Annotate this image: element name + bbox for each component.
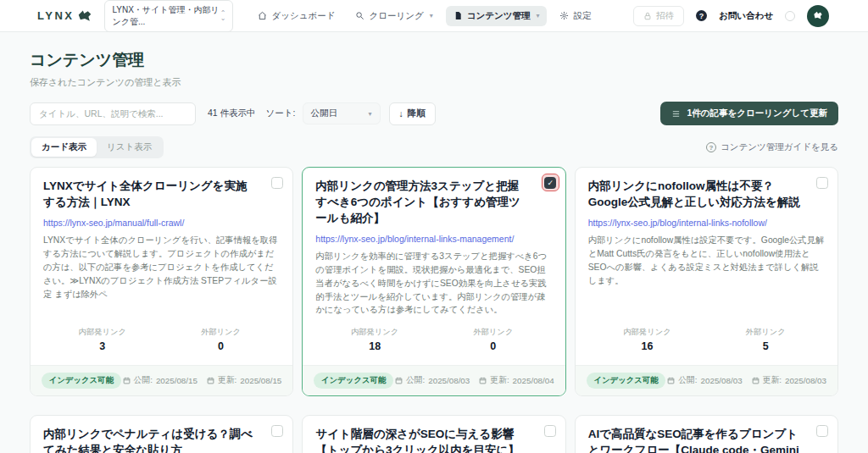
user-avatar[interactable] (807, 5, 829, 27)
card-stats: 内部発リンク 3 外部リンク 0 (43, 317, 280, 357)
search-input[interactable] (30, 102, 196, 125)
calendar-icon (123, 377, 131, 384)
project-selector-value: LYNX・サイト管理・内部リンク管... (112, 4, 220, 28)
card-dates: 公開: 2025/08/03 更新: 2025/08/04 (395, 375, 554, 386)
nav-dashboard[interactable]: ダッシュボード (250, 6, 342, 26)
card-title: 内部リンクでペナルティは受ける？調べてみた結果と安全な貼り方 (43, 427, 280, 453)
updated-value: 2025/08/03 (785, 376, 826, 385)
card-body: 内部リンクでペナルティは受ける？調べてみた結果と安全な貼り方 https://l… (31, 416, 292, 453)
internal-links-label: 内部発リンク (588, 327, 707, 338)
card-url-link[interactable]: https://lynx-seo.jp/manual/full-crawl/ (43, 218, 280, 228)
card-stats: 内部発リンク 16 外部リンク 5 (588, 317, 825, 357)
content-card[interactable]: LYNXでサイト全体クローリングを実施する方法｜LYNX https://lyn… (30, 167, 293, 396)
top-navigation-bar: LYNX LYNX・サイト管理・内部リンク管... ⌃⌄ ダッシュボード クロー… (0, 0, 868, 32)
question-circle-outline-icon: ? (706, 142, 716, 152)
nav-settings-label: 設定 (573, 10, 591, 22)
calendar-icon (395, 377, 403, 384)
calendar-icon (479, 377, 487, 384)
crawl-update-label: 1件の記事をクローリングして更新 (687, 108, 827, 119)
updated-label: 更新: (763, 375, 782, 386)
card-description: LYNXでサイト全体のクローリングを行い、記事情報を取得する方法について解説しま… (43, 234, 280, 301)
nav-crawling[interactable]: クローリング ▾ (348, 6, 440, 26)
calendar-icon (752, 377, 760, 384)
index-status-badge: インデックス可能 (42, 373, 121, 389)
content-card[interactable]: 内部リンクにnofollow属性は不要？Google公式見解と正しい対応方法を解… (575, 167, 838, 396)
card-checkbox[interactable] (271, 177, 283, 189)
card-dates: 公開: 2025/08/15 更新: 2025/08/15 (123, 375, 282, 386)
card-title: AIで高品質なSEO記事を作るプロンプトとワークフロー【Claude code・… (588, 427, 825, 453)
invite-button[interactable]: 招待 (633, 6, 684, 26)
chevron-down-icon: ▾ (430, 12, 433, 19)
published-label: 公開: (134, 375, 153, 386)
internal-links-stat: 内部発リンク 3 (43, 327, 162, 352)
contact-link[interactable]: お問い合わせ (719, 10, 773, 22)
internal-links-stat: 内部発リンク 16 (588, 327, 707, 352)
card-checkbox[interactable] (271, 425, 283, 437)
project-selector[interactable]: LYNX・サイト管理・内部リンク管... ⌃⌄ (104, 0, 233, 32)
nav-content-management[interactable]: コンテンツ管理 ▾ (446, 6, 548, 26)
content-card-selected[interactable]: 内部リンクの管理方法3ステップと把握すべき6つのポイント【おすすめ管理ツールも紹… (302, 167, 565, 396)
card-body: 内部リンクの管理方法3ステップと把握すべき6つのポイント【おすすめ管理ツールも紹… (303, 168, 565, 365)
card-checkbox[interactable] (544, 425, 556, 437)
lock-icon (643, 12, 652, 20)
card-description: 内部リンクを効率的に管理する3ステップと把握すべき6つの管理ポイントを開設。現状… (315, 250, 552, 318)
main-nav: ダッシュボード クローリング ▾ コンテンツ管理 ▾ 設定 (250, 6, 598, 26)
app-window: LYNX LYNX・サイト管理・内部リンク管... ⌃⌄ ダッシュボード クロー… (0, 0, 868, 453)
gear-icon (559, 11, 569, 20)
updated-value: 2025/08/15 (240, 376, 281, 385)
card-url-link[interactable]: https://lynx-seo.jp/blog/internal-links-… (588, 218, 825, 228)
card-checkbox[interactable] (816, 177, 828, 189)
sort-select[interactable]: 公開日 ▾ (303, 102, 381, 124)
index-status-badge: インデックス可能 (587, 373, 666, 389)
internal-links-value: 16 (588, 340, 707, 352)
page-subtitle: 保存されたコンテンツの管理と表示 (30, 76, 838, 89)
internal-links-label: 内部発リンク (43, 327, 162, 338)
result-count: 41 件表示中 (208, 108, 256, 119)
card-body: 内部リンクにnofollow属性は不要？Google公式見解と正しい対応方法を解… (576, 168, 837, 365)
external-links-label: 外部リンク (434, 327, 553, 338)
guide-link-label: コンテンツ管理ガイドを見る (721, 141, 838, 153)
updated-label: 更新: (490, 375, 509, 386)
card-dates: 公開: 2025/08/03 更新: 2025/08/03 (667, 375, 826, 386)
home-icon (258, 11, 267, 20)
invite-button-label: 招待 (656, 10, 674, 22)
updated-date: 更新: 2025/08/03 (752, 375, 826, 386)
card-url-link[interactable]: https://lynx-seo.jp/blog/internal-links-… (315, 234, 552, 244)
content-card-grid: LYNXでサイト全体クローリングを実施する方法｜LYNX https://lyn… (30, 167, 838, 453)
content-card[interactable]: サイト階層の深さがSEOに与える影響【トップから3クリック以内を目安に】 htt… (302, 415, 565, 453)
updown-selector-icon: ⌃⌄ (220, 11, 226, 20)
sort-order-label: 降順 (408, 108, 426, 119)
card-title: 内部リンクの管理方法3ステップと把握すべき6つのポイント【おすすめ管理ツールも紹… (315, 179, 552, 227)
published-date: 公開: 2025/08/15 (123, 375, 198, 386)
published-date: 公開: 2025/08/03 (667, 375, 742, 386)
search-icon (355, 11, 364, 20)
sort-order-button[interactable]: ↓ 降順 (389, 102, 436, 125)
updated-value: 2025/08/04 (513, 376, 554, 385)
card-checkbox[interactable] (816, 425, 828, 437)
external-links-label: 外部リンク (162, 327, 281, 338)
sort-select-value: 公開日 (311, 108, 338, 119)
card-title: LYNXでサイト全体クローリングを実施する方法｜LYNX (43, 179, 280, 211)
tab-card-view[interactable]: カード表示 (31, 138, 97, 157)
content-card[interactable]: AIで高品質なSEO記事を作るプロンプトとワークフロー【Claude code・… (575, 415, 838, 453)
lynx-logo: LYNX (37, 9, 92, 23)
published-value: 2025/08/03 (428, 376, 470, 385)
published-value: 2025/08/15 (156, 376, 198, 385)
fox-logo-icon (77, 9, 92, 23)
chevron-down-icon: ▾ (536, 12, 539, 19)
list-icon (671, 109, 681, 119)
external-links-label: 外部リンク (706, 327, 825, 338)
updated-date: 更新: 2025/08/15 (207, 375, 281, 386)
card-footer: インデックス可能 公開: 2025/08/03 更新: 2025/08/04 (303, 365, 565, 395)
lynx-logo-text: LYNX (37, 9, 74, 22)
tab-list-view[interactable]: リスト表示 (97, 138, 162, 157)
guide-link[interactable]: ? コンテンツ管理ガイドを見る (706, 141, 838, 153)
nav-crawling-label: クローリング (369, 10, 423, 22)
nav-settings[interactable]: 設定 (552, 6, 598, 26)
published-label: 公開: (678, 375, 697, 386)
calendar-icon (667, 377, 675, 384)
content-card[interactable]: 内部リンクでペナルティは受ける？調べてみた結果と安全な貼り方 https://l… (30, 415, 293, 453)
nav-content-management-label: コンテンツ管理 (467, 10, 531, 22)
card-checkbox[interactable] (542, 174, 559, 191)
crawl-update-button[interactable]: 1件の記事をクローリングして更新 (660, 102, 838, 125)
